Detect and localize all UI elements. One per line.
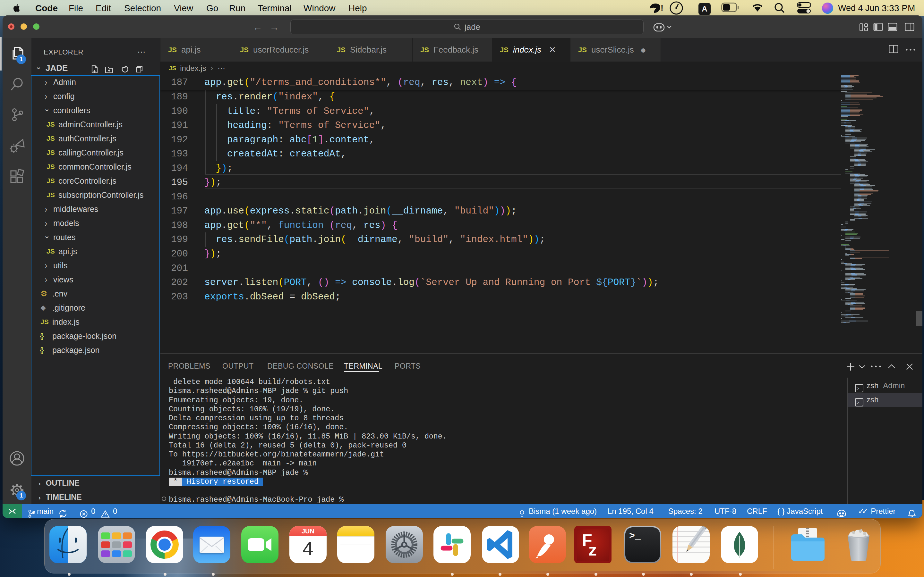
svg-text:!: !: [661, 3, 664, 13]
svg-text:z: z: [588, 540, 597, 559]
